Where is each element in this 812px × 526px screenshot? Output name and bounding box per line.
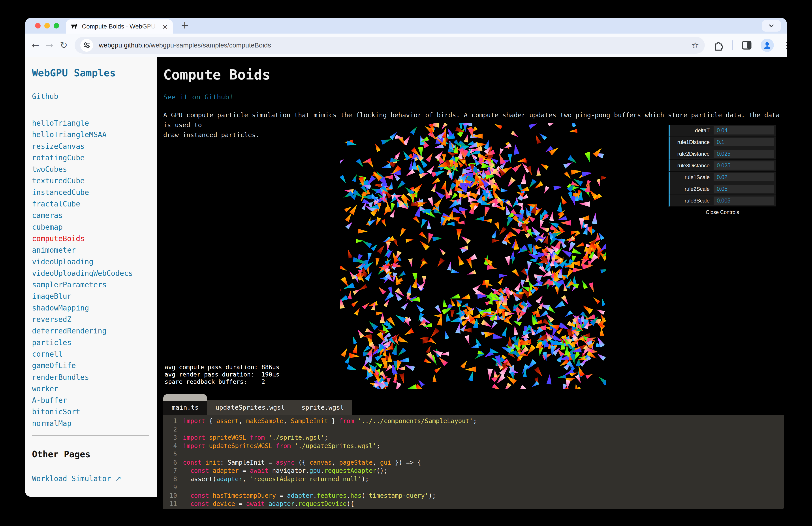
gui-label-rule3Distance: rule3Distance [670,160,714,171]
gui-row-rule1Distance: rule1Distance0.1 [669,137,776,148]
sidebar-item-helloTriangle[interactable]: helloTriangle [32,117,149,129]
tab-close-icon[interactable]: × [162,23,168,30]
sidebar-item-normalMap[interactable]: normalMap [32,418,149,429]
sidebar-item-resizeCanvas[interactable]: resizeCanvas [32,141,149,152]
gui-row-rule1Scale: rule1Scale0.02 [669,172,776,183]
code-line-4: 4import updateSpritesWGSL from './update… [163,442,784,450]
sidebar-item-deferredRendering[interactable]: deferredRendering [32,325,149,337]
sample-nav-list: helloTrianglehelloTriangleMSAAresizeCanv… [32,117,149,429]
person-icon [763,41,772,50]
sidebar-item-fractalCube[interactable]: fractalCube [32,198,149,210]
tab-title: Compute Boids - WebGPU Sam [82,22,157,31]
sidebar-item-rotatingCube[interactable]: rotatingCube [32,152,149,164]
sidebar-item-instancedCube[interactable]: instancedCube [32,187,149,198]
minimize-window-button[interactable] [44,23,50,28]
gui-value-rule3Distance[interactable]: 0.025 [714,161,774,170]
bookmark-star-icon[interactable]: ☆ [691,40,699,51]
code-tab-main.ts[interactable]: main.ts [163,400,207,415]
sidebar-item-helloTriangleMSAA[interactable]: helloTriangleMSAA [32,129,149,140]
sidebar-item-reversedZ[interactable]: reversedZ [32,314,149,325]
site-info-button[interactable] [80,39,93,52]
close-window-button[interactable] [35,23,41,28]
sidebar-item-particles[interactable]: particles [32,337,149,349]
sidebar-item-imageBlur[interactable]: imageBlur [32,290,149,302]
forward-button[interactable]: → [46,40,53,51]
code-tabs: main.tsupdateSprites.wgslsprite.wgsl [163,400,352,415]
browser-toolbar: ← → ↻ webgpu.github.io/webgpu-samples/sa… [25,33,787,57]
sidebar-item-worker[interactable]: worker [32,383,149,395]
webgpu-favicon-icon [71,23,78,30]
profile-avatar[interactable] [760,39,774,52]
code-tab-sprite.wgsl[interactable]: sprite.wgsl [293,400,352,415]
gui-value-rule3Scale[interactable]: 0.005 [714,197,774,205]
code-body[interactable]: 1import { assert, makeSample, SampleInit… [163,415,784,509]
code-line-2: 2 [163,425,784,434]
gui-value-rule1Scale[interactable]: 0.02 [714,173,774,181]
sidebar-item-renderBundles[interactable]: renderBundles [32,372,149,383]
sample-main-area: Compute Boids See it on Github! A GPU co… [157,57,787,509]
line-number: 3 [163,433,177,442]
sidebar-item-gameOfLife[interactable]: gameOfLife [32,360,149,371]
sidebar-item-A-buffer[interactable]: A-buffer [32,395,149,406]
line-number: 2 [163,425,177,434]
browser-tab-strip: Compute Boids - WebGPU Sam × + [25,18,787,33]
code-line-7: 7 const adapter = await navigator.gpu.re… [163,467,784,475]
gui-label-rule1Distance: rule1Distance [670,137,714,148]
sidebar-item-texturedCube[interactable]: texturedCube [32,175,149,187]
zoom-window-button[interactable] [54,23,59,28]
see-it-on-github-link[interactable]: See it on Github! [163,93,233,101]
close-controls-button[interactable]: Close Controls [669,209,776,215]
browser-tab[interactable]: Compute Boids - WebGPU Sam × [66,19,173,33]
code-tab-updateSprites.wgsl[interactable]: updateSprites.wgsl [207,400,293,415]
sidebar-item-cubemap[interactable]: cubemap [32,222,149,233]
sidebar-item-shadowMapping[interactable]: shadowMapping [32,302,149,314]
line-number: 4 [163,442,177,450]
gui-value-deltaT[interactable]: 0.04 [714,126,774,134]
gui-row-deltaT: deltaT0.04 [669,125,776,137]
line-number: 10 [163,492,177,500]
gui-value-rule2Scale[interactable]: 0.05 [714,185,774,193]
gui-value-rule1Distance[interactable]: 0.1 [714,138,774,146]
boids-webgpu-canvas [340,123,606,389]
sidebar-item-cornell[interactable]: cornell [32,349,149,360]
gui-value-rule2Distance[interactable]: 0.025 [714,150,774,158]
extensions-icon[interactable] [712,40,724,51]
back-button[interactable]: ← [31,40,39,51]
code-viewer: main.tsupdateSprites.wgslsprite.wgsl 1im… [163,394,787,509]
line-number: 11 [163,500,177,508]
line-number: 5 [163,450,177,458]
code-line-5: 5 [163,450,784,458]
sidebar-item-animometer[interactable]: animometer [32,244,149,256]
address-bar[interactable]: webgpu.github.io/webgpu-samples/samples/… [75,37,705,54]
sidebar-item-videoUploadingWebCodecs[interactable]: videoUploadingWebCodecs [32,268,149,279]
tab-search-button[interactable] [762,20,781,32]
dat-gui-panel: deltaT0.04rule1Distance0.1rule2Distance0… [669,125,776,215]
reload-button[interactable]: ↻ [60,40,68,51]
browser-menu-button[interactable]: ⋮ [782,40,787,51]
page-content: WebGPU Samples Github helloTrianglehello… [25,57,787,509]
sidebar-item-bitonicSort[interactable]: bitonicSort [32,406,149,417]
sidebar-item-computeBoids[interactable]: computeBoids [32,233,149,244]
sidebar-item-samplerParameters[interactable]: samplerParameters [32,279,149,290]
line-number: 7 [163,467,177,475]
url-text[interactable]: webgpu.github.io/webgpu-samples/samples/… [99,42,271,49]
sidebar-github-link[interactable]: Github [32,92,58,101]
sidebar-title: WebGPU Samples [32,67,149,79]
new-tab-button[interactable]: + [181,19,189,31]
tune-icon [83,42,90,49]
gui-row-rule2Distance: rule2Distance0.025 [669,148,776,160]
boids-particles [340,123,606,389]
code-line-12: 12 requiredFeatures: hasTimestampQuery ?… [163,508,784,509]
sidebar-item-videoUploading[interactable]: videoUploading [32,256,149,268]
side-panel-icon[interactable] [741,40,752,51]
sidebar-item-cameras[interactable]: cameras [32,210,149,221]
line-text: const init: SampleInit = async ({ canvas… [183,458,421,467]
line-text: requiredFeatures: hasTimestampQuery ? ['… [183,508,432,509]
line-number: 12 [163,508,177,509]
sidebar-item-twoCubes[interactable]: twoCubes [32,164,149,175]
code-line-1: 1import { assert, makeSample, SampleInit… [163,417,784,425]
workload-simulator-link[interactable]: Workload Simulator ↗ [32,474,121,483]
gui-label-deltaT: deltaT [670,125,714,136]
external-link-arrow-icon: ↗ [115,474,121,483]
line-text: import updateSpritesWGSL from './updateS… [183,442,380,450]
